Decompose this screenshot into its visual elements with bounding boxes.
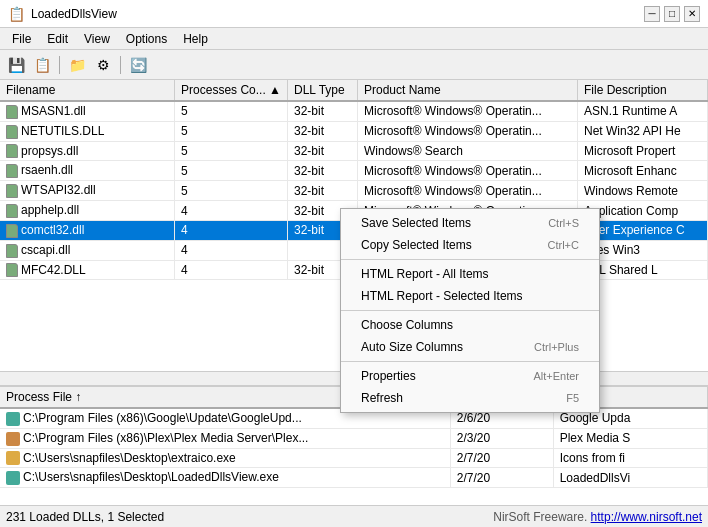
close-button[interactable]: ✕ xyxy=(684,6,700,22)
ctx-item-shortcut: F5 xyxy=(566,392,579,404)
toolbar-gear[interactable]: ⚙ xyxy=(91,54,115,76)
ctx-item-shortcut: Ctrl+S xyxy=(548,217,579,229)
ctx-item-label: Choose Columns xyxy=(361,318,453,332)
context-menu-item[interactable]: Copy Selected ItemsCtrl+C xyxy=(341,234,599,256)
toolbar-open[interactable]: 📁 xyxy=(65,54,89,76)
ctx-item-label: HTML Report - Selected Items xyxy=(361,289,523,303)
toolbar: 💾 📋 📁 ⚙ 🔄 xyxy=(0,50,708,80)
process-table-row[interactable]: C:\Users\snapfiles\Desktop\extraico.exe … xyxy=(0,448,708,468)
ctx-item-shortcut: Ctrl+C xyxy=(548,239,579,251)
ctx-item-label: Copy Selected Items xyxy=(361,238,472,252)
title-bar: 📋 LoadedDllsView ─ □ ✕ xyxy=(0,0,708,28)
context-menu-item[interactable]: HTML Report - Selected Items xyxy=(341,285,599,307)
context-menu-item[interactable]: Choose Columns xyxy=(341,314,599,336)
menu-edit[interactable]: Edit xyxy=(39,30,76,48)
ctx-item-label: Auto Size Columns xyxy=(361,340,463,354)
context-menu-separator xyxy=(341,361,599,362)
dll-table-row[interactable]: propsys.dll 5 32-bit Windows® Search Mic… xyxy=(0,141,708,161)
window-title: LoadedDllsView xyxy=(31,7,117,21)
status-right-prefix: NirSoft Freeware. xyxy=(493,510,590,524)
dll-table-row[interactable]: NETUTILS.DLL 5 32-bit Microsoft® Windows… xyxy=(0,121,708,141)
context-menu-item[interactable]: PropertiesAlt+Enter xyxy=(341,365,599,387)
context-menu-item[interactable]: HTML Report - All Items xyxy=(341,263,599,285)
context-menu-item[interactable]: Save Selected ItemsCtrl+S xyxy=(341,212,599,234)
context-menu-separator xyxy=(341,310,599,311)
menu-file[interactable]: File xyxy=(4,30,39,48)
col-dlltype[interactable]: DLL Type xyxy=(288,80,358,101)
app-icon: 📋 xyxy=(8,6,25,22)
minimize-button[interactable]: ─ xyxy=(644,6,660,22)
ctx-item-label: Save Selected Items xyxy=(361,216,471,230)
toolbar-refresh[interactable]: 🔄 xyxy=(126,54,150,76)
ctx-item-label: Refresh xyxy=(361,391,403,405)
ctx-item-shortcut: Alt+Enter xyxy=(533,370,579,382)
dll-table-row[interactable]: rsaenh.dll 5 32-bit Microsoft® Windows® … xyxy=(0,161,708,181)
nirsoft-link[interactable]: http://www.nirsoft.net xyxy=(591,510,702,524)
process-table-row[interactable]: C:\Users\snapfiles\Desktop\LoadedDllsVie… xyxy=(0,468,708,488)
dll-table-row[interactable]: WTSAPI32.dll 5 32-bit Microsoft® Windows… xyxy=(0,181,708,201)
process-table-row[interactable]: C:\Program Files (x86)\Plex\Plex Media S… xyxy=(0,428,708,448)
menu-options[interactable]: Options xyxy=(118,30,175,48)
status-bar: 231 Loaded DLLs, 1 Selected NirSoft Free… xyxy=(0,505,708,527)
col-productname[interactable]: Product Name xyxy=(358,80,578,101)
ctx-item-label: HTML Report - All Items xyxy=(361,267,489,281)
ctx-item-label: Properties xyxy=(361,369,416,383)
menu-view[interactable]: View xyxy=(76,30,118,48)
toolbar-save[interactable]: 💾 xyxy=(4,54,28,76)
col-processes[interactable]: Processes Co... ▲ xyxy=(175,80,288,101)
context-menu-item[interactable]: Auto Size ColumnsCtrl+Plus xyxy=(341,336,599,358)
context-menu-item[interactable]: RefreshF5 xyxy=(341,387,599,409)
menu-bar: File Edit View Options Help xyxy=(0,28,708,50)
col-filedesc[interactable]: File Description xyxy=(578,80,708,101)
status-text: 231 Loaded DLLs, 1 Selected xyxy=(6,510,164,524)
ctx-item-shortcut: Ctrl+Plus xyxy=(534,341,579,353)
menu-help[interactable]: Help xyxy=(175,30,216,48)
toolbar-copy[interactable]: 📋 xyxy=(30,54,54,76)
col-filename[interactable]: Filename xyxy=(0,80,175,101)
context-menu: Save Selected ItemsCtrl+SCopy Selected I… xyxy=(340,208,600,413)
dll-table-row[interactable]: MSASN1.dll 5 32-bit Microsoft® Windows® … xyxy=(0,101,708,121)
context-menu-separator xyxy=(341,259,599,260)
maximize-button[interactable]: □ xyxy=(664,6,680,22)
